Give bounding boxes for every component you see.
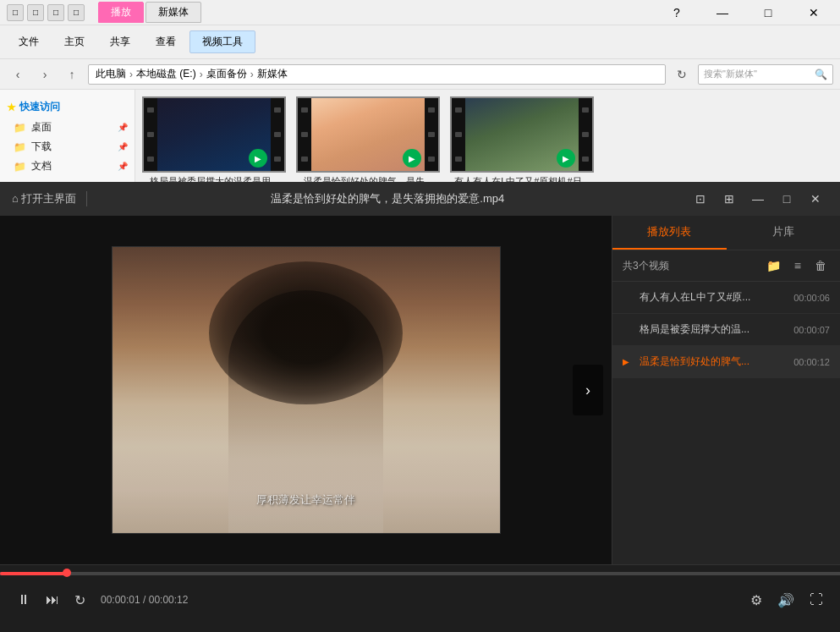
thumb-content-1: ▶ [157, 98, 271, 171]
playlist-item-3[interactable]: ▶ 温柔是恰到好处的脾气... 00:00:12 [612, 346, 840, 378]
minimize-button[interactable]: — [703, 0, 742, 25]
path-disk: 本地磁盘 (E:) [136, 67, 196, 81]
playlist-tabs: 播放列表 片库 [612, 216, 840, 250]
ribbon-tab-share[interactable]: 共享 [98, 31, 142, 52]
progress-bar[interactable] [0, 572, 840, 575]
pl-item-icon-3: ▶ [623, 357, 633, 366]
time-total: 00:00:12 [149, 594, 189, 606]
player-window-small[interactable]: ⊡ [688, 186, 713, 212]
path-desktop-backup: 桌面备份 [206, 67, 247, 81]
playlist-header: 共3个视频 📁 ≡ 🗑 [612, 250, 840, 282]
right-controls: ⚙ 🔊 ⛶ [747, 589, 826, 612]
thumb-content-3: ▶ [465, 98, 579, 171]
file-item-2[interactable]: ▶ 温柔是恰到好处的脾气，是失... [296, 96, 440, 182]
playlist-item-2[interactable]: 格局是被委屈撑大的温... 00:00:07 [612, 314, 840, 346]
path-folder: 新媒体 [257, 67, 288, 81]
film-strip-right-2 [425, 98, 438, 171]
progress-fill [0, 572, 67, 575]
sidebar-item-desktop[interactable]: 📁 桌面 📌 [0, 118, 135, 137]
search-box[interactable]: 搜索"新媒体" 🔍 [698, 64, 833, 85]
player-maximize-btn[interactable]: □ [774, 186, 799, 212]
quick-access-label: 快速访问 [19, 100, 60, 114]
pl-item-name-3: 温柔是恰到好处的脾气... [640, 354, 787, 369]
sidebar-quick-access[interactable]: ★ 快速访问 [0, 96, 135, 118]
playlist-panel: 播放列表 片库 共3个视频 📁 ≡ 🗑 有人有人在L中了又#原... 00:00… [612, 216, 840, 564]
pause-button[interactable]: ⏸ [14, 589, 34, 611]
forward-button[interactable]: › [34, 63, 56, 85]
file-name-2: 温柔是恰到好处的脾气，是失... [296, 175, 440, 182]
player-home-button[interactable]: ⌂ 打开主界面 [12, 191, 87, 206]
search-placeholder: 搜索"新媒体" [704, 68, 757, 80]
maximize-button[interactable]: □ [749, 0, 788, 25]
tab-playback[interactable]: 播放 [98, 2, 144, 23]
settings-button[interactable]: ⚙ [747, 589, 766, 612]
play-badge-3: ▶ [557, 149, 575, 168]
file-name-3: 有人有人在L中了又#原相机#日... [450, 175, 594, 182]
time-current: 00:00:01 [101, 594, 140, 606]
film-strip-left-3 [452, 98, 465, 171]
pl-item-dur-3: 00:00:12 [793, 357, 830, 367]
folder-icon: 📁 [14, 122, 26, 134]
pl-item-dur-2: 00:00:07 [793, 325, 830, 335]
back-button[interactable]: ‹ [7, 63, 29, 85]
volume-button[interactable]: 🔊 [774, 589, 798, 612]
ribbon-tab-group: 播放 新媒体 [98, 2, 201, 23]
tab-xinmei[interactable]: 新媒体 [145, 2, 201, 23]
player-close-btn[interactable]: ✕ [803, 186, 828, 212]
tb-icon-4[interactable]: □ [68, 4, 85, 21]
thumb-content-2: ▶ [311, 98, 425, 171]
ribbon-tab-video-tools[interactable]: 视频工具 [189, 30, 255, 53]
pl-item-name-1: 有人有人在L中了又#原... [640, 290, 787, 305]
help-button[interactable]: ? [657, 0, 696, 25]
address-path[interactable]: 此电脑 › 本地磁盘 (E:) › 桌面备份 › 新媒体 [88, 64, 666, 85]
file-name-1: 格局是被委屈撑大的温柔是用... [142, 175, 286, 182]
path-computer: 此电脑 [96, 67, 126, 81]
tb-icon-3[interactable]: □ [47, 4, 64, 21]
tab-library[interactable]: 片库 [727, 216, 841, 250]
refresh-button[interactable]: ↻ [671, 63, 693, 85]
playlist-list-icon[interactable]: ≡ [791, 257, 804, 274]
ribbon-tab-view[interactable]: 查看 [144, 31, 188, 52]
next-button[interactable]: ⏭ [42, 589, 63, 611]
address-bar: ‹ › ↑ 此电脑 › 本地磁盘 (E:) › 桌面备份 › 新媒体 ↻ 搜索"… [0, 59, 840, 90]
sidebar-desktop-label: 桌面 [31, 120, 52, 135]
ribbon-tab-home[interactable]: 主页 [52, 31, 96, 52]
ribbon-tab-file[interactable]: 文件 [7, 31, 51, 52]
sidebar-downloads-label: 下载 [31, 140, 52, 154]
progress-thumb [63, 569, 71, 577]
file-grid: ▶ 格局是被委屈撑大的温柔是用... [135, 90, 840, 182]
player-title-bar: ⌂ 打开主界面 温柔是恰到好处的脾气，是失落拥抱的爱意.mp4 ⊡ ⊞ — □ … [0, 182, 840, 216]
video-frame: 厚积薄发让幸运常伴 [112, 246, 501, 534]
tb-icon-1[interactable]: □ [7, 4, 24, 21]
playlist-trash-icon[interactable]: 🗑 [811, 257, 830, 274]
loop-button[interactable]: ↻ [71, 589, 89, 612]
play-badge-2: ▶ [403, 149, 421, 168]
title-bar: □ □ □ □ 播放 新媒体 ? — □ ✕ [0, 0, 840, 25]
playlist-item-1[interactable]: 有人有人在L中了又#原... 00:00:06 [612, 282, 840, 314]
video-area[interactable]: 厚积薄发让幸运常伴 › [0, 216, 612, 564]
controls-row: ⏸ ⏭ ↻ 00:00:01 / 00:00:12 ⚙ 🔊 ⛶ [0, 579, 840, 621]
file-thumb-2: ▶ [296, 96, 440, 173]
playlist-folder-icon[interactable]: 📁 [763, 257, 784, 274]
file-item-3[interactable]: ▶ 有人有人在L中了又#原相机#日... [450, 96, 594, 182]
player-minimize-btn[interactable]: — [745, 186, 771, 212]
next-video-arrow[interactable]: › [573, 365, 603, 415]
fullscreen-button[interactable]: ⛶ [806, 589, 826, 611]
sidebar-item-downloads[interactable]: 📁 下载 📌 [0, 137, 135, 157]
file-item-1[interactable]: ▶ 格局是被委屈撑大的温柔是用... [142, 96, 286, 182]
tb-icon-2[interactable]: □ [27, 4, 44, 21]
film-strip-left-2 [298, 98, 311, 171]
playlist-count: 共3个视频 [623, 259, 756, 273]
sidebar: ★ 快速访问 📁 桌面 📌 📁 下载 📌 📁 文档 📌 [0, 90, 135, 182]
player-title: 温柔是恰到好处的脾气，是失落拥抱的爱意.mp4 [94, 191, 681, 206]
video-tint [113, 247, 500, 533]
explorer-window: □ □ □ □ 播放 新媒体 ? — □ ✕ 文件 主页 共享 查看 视频工具 … [0, 0, 840, 182]
sidebar-item-docs[interactable]: 📁 文档 📌 [0, 157, 135, 176]
player-screenshot-btn[interactable]: ⊞ [716, 186, 742, 212]
film-strip-left-1 [144, 98, 157, 171]
close-button[interactable]: ✕ [794, 0, 833, 25]
tab-playlist[interactable]: 播放列表 [612, 216, 727, 250]
file-thumb-3: ▶ [450, 96, 594, 173]
up-button[interactable]: ↑ [61, 63, 83, 85]
title-bar-right: ? — □ ✕ [657, 0, 833, 25]
